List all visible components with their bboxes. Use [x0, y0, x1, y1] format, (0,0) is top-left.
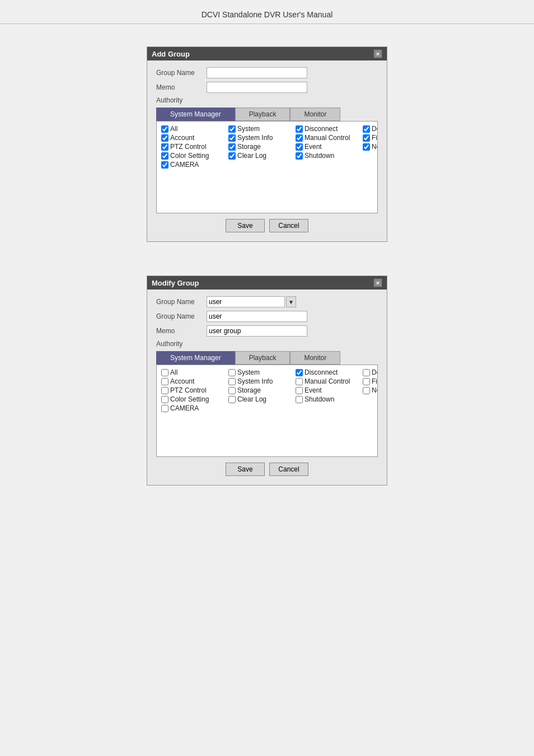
add-cb-camera[interactable]: CAMERA	[161, 161, 228, 169]
add-group-buttons: Save Cancel	[156, 219, 378, 232]
modify-group-save-button[interactable]: Save	[226, 463, 265, 476]
modify-group-close-button[interactable]: ×	[373, 278, 382, 287]
add-cb-account[interactable]: Account	[161, 134, 228, 142]
modify-tab-system-manager[interactable]: System Manager	[156, 351, 235, 365]
add-tab-monitor[interactable]: Monitor	[290, 108, 340, 121]
modify-memo-input[interactable]	[207, 325, 307, 337]
add-group-name-row: Group Name	[156, 67, 378, 78]
add-cb-empty1	[363, 152, 378, 160]
add-cb-file-backup[interactable]: File Backup	[363, 134, 378, 142]
add-authority-label: Authority	[156, 96, 207, 104]
modify-cb-system[interactable]: System	[228, 368, 296, 376]
add-cb-all[interactable]: All	[161, 125, 228, 133]
modify-cb-default-update[interactable]: Default&Update	[363, 368, 378, 376]
add-group-save-button[interactable]: Save	[226, 219, 265, 232]
modify-memo-row: Memo	[156, 325, 378, 337]
add-cb-default-update[interactable]: Default&Update	[363, 125, 378, 133]
modify-tab-playback[interactable]: Playback	[235, 351, 291, 365]
add-group-name-label: Group Name	[156, 69, 207, 77]
modify-cb-account[interactable]: Account	[161, 377, 228, 385]
modify-cb-color-setting[interactable]: Color Setting	[161, 395, 228, 403]
modify-cb-manual-control[interactable]: Manual Control	[296, 377, 363, 385]
add-cb-system-info[interactable]: System Info	[228, 134, 296, 142]
add-tab-system-manager[interactable]: System Manager	[156, 108, 235, 121]
modify-group-tabs: System Manager Playback Monitor	[156, 351, 378, 365]
add-memo-row: Memo	[156, 82, 378, 93]
add-memo-label: Memo	[156, 83, 207, 91]
add-cb-ptz-control[interactable]: PTZ Control	[161, 143, 228, 151]
add-checkboxes-grid: All System Disconnect Default&Update Acc…	[161, 125, 373, 169]
modify-cb-ptz-control[interactable]: PTZ Control	[161, 386, 228, 394]
add-group-name-input[interactable]	[207, 67, 307, 78]
modify-authority-row: Authority	[156, 340, 378, 348]
modify-cb-event[interactable]: Event	[296, 386, 363, 394]
modify-group-name-label1: Group Name	[156, 298, 207, 306]
add-cb-event[interactable]: Event	[296, 143, 363, 151]
add-cb-shutdown[interactable]: Shutdown	[296, 152, 363, 160]
modify-group-name-input[interactable]	[207, 311, 307, 322]
modify-cb-disconnect[interactable]: Disconnect	[296, 368, 363, 376]
add-group-title: Add Group	[152, 50, 190, 58]
modify-cb-all[interactable]: All	[161, 368, 228, 376]
modify-memo-label: Memo	[156, 327, 207, 335]
add-cb-clear-log[interactable]: Clear Log	[228, 152, 296, 160]
modify-authority-panel: All System Disconnect Default&Update Acc…	[156, 365, 378, 457]
modify-cb-clear-log[interactable]: Clear Log	[228, 395, 296, 403]
add-tab-playback[interactable]: Playback	[235, 108, 291, 121]
add-authority-row: Authority	[156, 96, 378, 104]
modify-authority-label: Authority	[156, 340, 207, 348]
modify-cb-camera[interactable]: CAMERA	[161, 404, 228, 412]
modify-group-cancel-button[interactable]: Cancel	[269, 463, 308, 476]
add-cb-system[interactable]: System	[228, 125, 296, 133]
add-group-close-button[interactable]: ×	[373, 49, 382, 58]
modify-group-name-select-wrapper: ▼	[207, 296, 296, 307]
add-memo-input[interactable]	[207, 82, 307, 93]
modify-group-name-dropdown-arrow[interactable]: ▼	[286, 296, 296, 307]
add-group-titlebar: Add Group ×	[147, 47, 387, 60]
modify-cb-network[interactable]: Network	[363, 386, 378, 394]
modify-cb-empty1	[363, 395, 378, 403]
add-group-tabs: System Manager Playback Monitor	[156, 108, 378, 121]
modify-group-titlebar: Modify Group ×	[147, 276, 387, 290]
modify-cb-system-info[interactable]: System Info	[228, 377, 296, 385]
modify-group-name-row: Group Name	[156, 311, 378, 322]
add-cb-storage[interactable]: Storage	[228, 143, 296, 151]
add-cb-color-setting[interactable]: Color Setting	[161, 152, 228, 160]
modify-group-name-dropdown-input[interactable]	[207, 296, 285, 307]
modify-checkboxes-grid: All System Disconnect Default&Update Acc…	[161, 368, 373, 412]
modify-group-buttons: Save Cancel	[156, 463, 378, 476]
add-group-dialog: Add Group × Group Name Memo Authority Sy…	[147, 46, 387, 242]
add-authority-panel: All System Disconnect Default&Update Acc…	[156, 121, 378, 213]
modify-cb-shutdown[interactable]: Shutdown	[296, 395, 363, 403]
add-cb-disconnect[interactable]: Disconnect	[296, 125, 363, 133]
add-cb-network[interactable]: Network	[363, 143, 378, 151]
modify-group-name-dropdown-row: Group Name ▼	[156, 296, 378, 307]
page-container: Add Group × Group Name Memo Authority Sy…	[0, 41, 534, 508]
modify-group-title: Modify Group	[152, 279, 199, 287]
modify-group-name-label2: Group Name	[156, 312, 207, 320]
add-group-cancel-button[interactable]: Cancel	[269, 219, 308, 232]
add-cb-manual-control[interactable]: Manual Control	[296, 134, 363, 142]
modify-group-dialog: Modify Group × Group Name ▼ Group Name M…	[147, 276, 387, 486]
modify-cb-storage[interactable]: Storage	[228, 386, 296, 394]
modify-cb-file-backup[interactable]: File Backup	[363, 377, 378, 385]
modify-tab-monitor[interactable]: Monitor	[290, 351, 340, 365]
page-title: DCVI Standalone DVR User's Manual	[0, 0, 534, 24]
